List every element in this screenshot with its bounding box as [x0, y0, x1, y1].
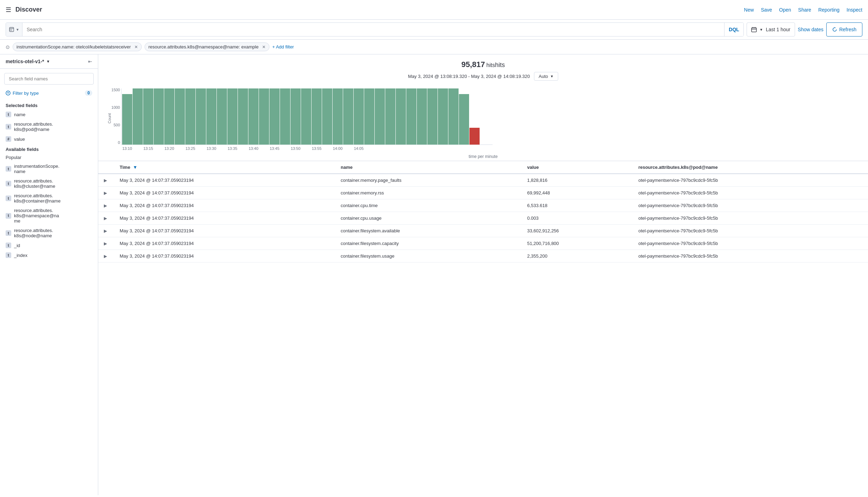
field-type-t-icon: t — [6, 181, 11, 186]
svg-rect-30 — [269, 88, 280, 145]
data-table-container: Time ▼ name value resource.attributes.k8… — [98, 161, 868, 263]
search-bar: ▼ DQL ▼ Last 1 hour Show dates Refresh — [0, 20, 868, 40]
col-name[interactable]: name — [335, 161, 521, 174]
refresh-button[interactable]: Refresh — [826, 22, 862, 37]
field-item-value[interactable]: # value — [0, 134, 98, 144]
hits-label: hits — [486, 62, 495, 68]
svg-rect-24 — [206, 88, 216, 145]
svg-rect-23 — [196, 88, 206, 145]
filter-pill-1[interactable]: instrumentationScope.name: otelcol/kubel… — [13, 42, 142, 51]
search-bar-inner: ▼ DQL — [6, 22, 744, 37]
svg-rect-34 — [312, 88, 322, 145]
field-item-container[interactable]: t resource.attributes.k8s@container@name — [0, 191, 98, 206]
x-axis-title: time per minute — [107, 154, 860, 159]
main-layout: metrics-otel-v1-* ▼ ⇤ Filter by type 0 S… — [0, 54, 868, 495]
top-nav: ☰ Discover New Save Open Share Reporting… — [0, 0, 868, 20]
chevron-down-icon: ▼ — [46, 59, 50, 64]
svg-text:13:15: 13:15 — [143, 146, 153, 151]
nav-reporting[interactable]: Reporting — [818, 7, 840, 13]
svg-text:1000: 1000 — [112, 105, 120, 110]
top-nav-left: ☰ Discover — [6, 6, 42, 14]
field-item-id[interactable]: t _id — [0, 240, 98, 250]
field-type-t-icon: t — [6, 243, 11, 248]
chart-area: 95,817 hitshits May 3, 2024 @ 13:08:19.3… — [98, 54, 868, 161]
field-item-index[interactable]: t _index — [0, 250, 98, 260]
histogram-chart: 1500 1000 500 0 Count 13:1013:1513:2013:… — [107, 85, 860, 152]
filter-icon[interactable]: ⊙ — [6, 44, 10, 50]
filter-pill-2-close[interactable]: ✕ — [262, 45, 266, 49]
field-name-namespace: resource.attributes.k8s@namespace@name — [14, 208, 59, 224]
filter-by-type-button[interactable]: Filter by type — [6, 91, 39, 96]
chevron-down-icon: ▼ — [16, 28, 19, 32]
collapse-sidebar-button[interactable]: ⇤ — [88, 59, 92, 64]
search-fields-input[interactable] — [4, 73, 94, 85]
available-fields-label: Available fields — [0, 144, 98, 153]
index-pattern[interactable]: metrics-otel-v1-* ▼ — [6, 59, 50, 64]
chevron-down-icon: ▼ — [760, 28, 763, 32]
search-type-btn[interactable]: ▼ — [6, 23, 22, 36]
svg-rect-44 — [417, 88, 427, 145]
expand-cell: ▶ — [98, 212, 114, 225]
nav-inspect[interactable]: Inspect — [847, 7, 862, 13]
expand-row-button[interactable]: ▶ — [104, 241, 107, 246]
svg-rect-27 — [238, 88, 248, 145]
dql-button[interactable]: DQL — [724, 23, 743, 36]
col-value[interactable]: value — [521, 161, 633, 174]
svg-text:14:00: 14:00 — [333, 146, 343, 151]
nav-share[interactable]: Share — [798, 7, 811, 13]
expand-cell: ▶ — [98, 187, 114, 199]
hamburger-icon[interactable]: ☰ — [6, 6, 11, 14]
filter-pill-2[interactable]: resource.attributes.k8s@namespace@name: … — [145, 42, 269, 51]
field-item-pod[interactable]: t resource.attributes.k8s@pod@name — [0, 119, 98, 134]
field-name-name: name — [14, 112, 26, 117]
col-time[interactable]: Time ▼ — [114, 161, 335, 174]
time-cell: May 3, 2024 @ 14:07:37.059023194 — [114, 237, 335, 250]
expand-row-button[interactable]: ▶ — [104, 178, 107, 183]
time-picker[interactable]: ▼ Last 1 hour — [747, 22, 795, 37]
sidebar-scrollable: Selected fields t name t resource.attrib… — [0, 100, 98, 495]
svg-rect-17 — [133, 88, 143, 145]
svg-text:13:20: 13:20 — [165, 146, 174, 151]
field-item-node[interactable]: t resource.attributes.k8s@node@name — [0, 226, 98, 240]
name-cell: container.memory.page_faults — [335, 174, 521, 187]
table-row: ▶ May 3, 2024 @ 14:07:37.059023194 conta… — [98, 225, 868, 237]
svg-text:0: 0 — [118, 140, 120, 145]
add-filter-button[interactable]: + Add filter — [272, 44, 294, 49]
sidebar-header: metrics-otel-v1-* ▼ ⇤ — [0, 54, 98, 69]
svg-text:13:45: 13:45 — [270, 146, 280, 151]
svg-rect-41 — [385, 88, 395, 145]
auto-select[interactable]: Auto ▼ — [534, 72, 558, 81]
field-type-t-icon: t — [6, 252, 11, 258]
expand-row-button[interactable]: ▶ — [104, 216, 107, 221]
field-item-instrumentation[interactable]: t instrumentationScope.name — [0, 161, 98, 176]
time-cell: May 3, 2024 @ 14:07:37.059023194 — [114, 187, 335, 199]
expand-row-button[interactable]: ▶ — [104, 203, 107, 208]
selected-fields-label: Selected fields — [0, 100, 98, 110]
field-item-name[interactable]: t name — [0, 110, 98, 119]
filter-pill-1-close[interactable]: ✕ — [134, 45, 138, 49]
nav-new[interactable]: New — [744, 7, 754, 13]
field-item-cluster[interactable]: t resource.attributes.k8s@cluster@name — [0, 176, 98, 191]
svg-rect-43 — [406, 88, 416, 145]
value-cell: 0.003 — [521, 212, 633, 225]
search-input[interactable] — [22, 27, 724, 32]
expand-row-button[interactable]: ▶ — [104, 228, 107, 233]
svg-rect-46 — [438, 88, 448, 145]
auto-label: Auto — [539, 74, 548, 79]
show-dates-button[interactable]: Show dates — [798, 27, 823, 32]
table-row: ▶ May 3, 2024 @ 14:07:37.059023194 conta… — [98, 187, 868, 199]
col-pod[interactable]: resource.attributes.k8s@pod@name — [633, 161, 868, 174]
expand-row-button[interactable]: ▶ — [104, 191, 107, 196]
svg-text:13:35: 13:35 — [228, 146, 238, 151]
nav-open[interactable]: Open — [779, 7, 791, 13]
hits-count: 95,817 — [461, 60, 485, 69]
field-name-node: resource.attributes.k8s@node@name — [14, 228, 53, 238]
expand-row-button[interactable]: ▶ — [104, 254, 107, 259]
svg-rect-36 — [333, 88, 343, 145]
field-item-namespace[interactable]: t resource.attributes.k8s@namespace@name — [0, 206, 98, 226]
chevron-down-icon: ▼ — [550, 74, 554, 78]
svg-rect-18 — [143, 88, 153, 145]
svg-rect-22 — [185, 88, 195, 145]
nav-save[interactable]: Save — [761, 7, 772, 13]
calendar-icon — [751, 27, 757, 32]
